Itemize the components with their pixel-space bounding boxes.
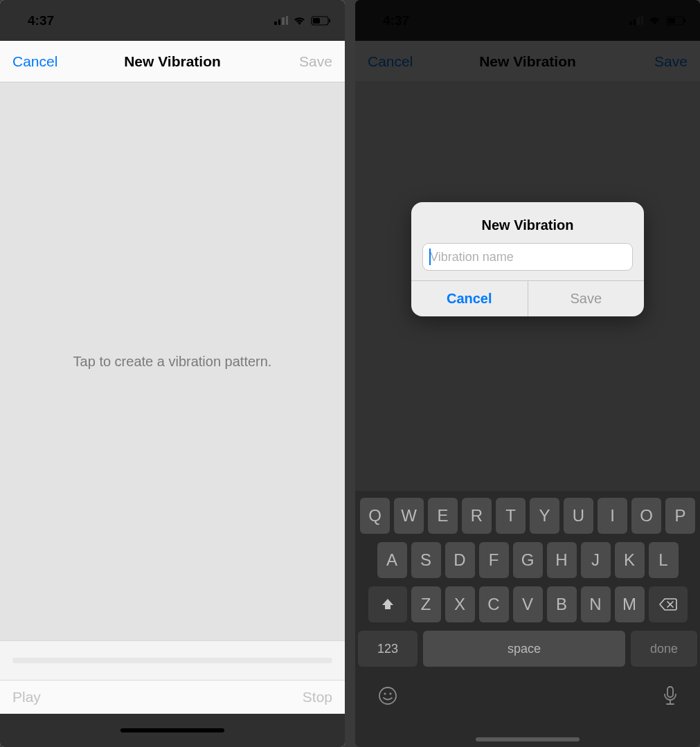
keyboard-row-1: QWERTYUIOP xyxy=(358,498,697,534)
keyboard-row-2: ASDFGHJKL xyxy=(358,542,697,578)
key-j[interactable]: J xyxy=(581,542,611,578)
cancel-button[interactable]: Cancel xyxy=(12,53,68,70)
key-p[interactable]: P xyxy=(665,498,695,534)
key-123[interactable]: 123 xyxy=(358,631,418,667)
stop-button: Stop xyxy=(303,689,332,705)
key-r[interactable]: R xyxy=(462,498,492,534)
keyboard-bottom-row xyxy=(358,675,697,717)
key-q[interactable]: Q xyxy=(360,498,390,534)
play-button: Play xyxy=(12,689,41,705)
nav-bar: Cancel New Vibration Save xyxy=(0,41,345,82)
svg-point-8 xyxy=(389,692,391,694)
svg-rect-2 xyxy=(329,19,330,22)
keyboard: QWERTYUIOP ASDFGHJKL ZXCVBNM 123 space d… xyxy=(355,491,700,747)
keyboard-row-3: ZXCVBNM xyxy=(358,586,697,622)
dialog-title: New Vibration xyxy=(411,202,644,243)
key-y[interactable]: Y xyxy=(530,498,559,534)
key-f[interactable]: F xyxy=(479,542,509,578)
svg-rect-9 xyxy=(667,687,673,697)
key-d[interactable]: D xyxy=(445,542,475,578)
key-delete[interactable] xyxy=(649,586,688,622)
battery-icon xyxy=(311,16,331,26)
key-m[interactable]: M xyxy=(615,586,645,622)
save-button: Save xyxy=(277,53,332,70)
svg-point-6 xyxy=(379,687,396,704)
key-u[interactable]: U xyxy=(564,498,593,534)
screenshot-left: 4:37 Cancel New Vibration Save Tap to cr… xyxy=(0,0,345,747)
key-l[interactable]: L xyxy=(649,542,679,578)
key-shift[interactable] xyxy=(368,586,407,622)
playback-controls: Play Stop xyxy=(0,681,345,714)
key-t[interactable]: T xyxy=(496,498,526,534)
nav-title: New Vibration xyxy=(124,53,221,70)
name-vibration-dialog: New Vibration Cancel Save xyxy=(411,202,644,316)
svg-rect-1 xyxy=(313,18,320,24)
key-k[interactable]: K xyxy=(615,542,645,578)
key-n[interactable]: N xyxy=(581,586,611,622)
dialog-cancel-button[interactable]: Cancel xyxy=(411,281,528,316)
key-v[interactable]: V xyxy=(513,586,543,622)
emoji-icon[interactable] xyxy=(377,685,398,709)
dialog-save-button: Save xyxy=(528,281,645,316)
status-icons xyxy=(274,16,331,26)
home-indicator[interactable] xyxy=(120,728,224,732)
key-s[interactable]: S xyxy=(411,542,441,578)
status-bar: 4:37 xyxy=(0,0,345,41)
key-space[interactable]: space xyxy=(423,631,625,667)
key-g[interactable]: G xyxy=(513,542,543,578)
tap-hint: Tap to create a vibration pattern. xyxy=(73,354,272,370)
svg-point-7 xyxy=(384,692,386,694)
keyboard-row-4: 123 space done xyxy=(358,631,697,667)
cellular-icon xyxy=(274,16,288,25)
key-h[interactable]: H xyxy=(547,542,577,578)
key-e[interactable]: E xyxy=(428,498,458,534)
key-i[interactable]: I xyxy=(598,498,627,534)
home-indicator[interactable] xyxy=(476,737,580,741)
vibration-progress-bar xyxy=(12,658,332,663)
screenshot-right: 4:37 Cancel New Vibration Save QWERTYUIO… xyxy=(355,0,700,747)
vibration-track xyxy=(0,640,345,681)
wifi-icon xyxy=(293,16,306,26)
status-time: 4:37 xyxy=(28,13,54,28)
key-b[interactable]: B xyxy=(547,586,577,622)
vibration-tap-area[interactable]: Tap to create a vibration pattern. xyxy=(0,82,345,640)
dictate-icon[interactable] xyxy=(663,685,678,709)
key-x[interactable]: X xyxy=(445,586,475,622)
key-c[interactable]: C xyxy=(479,586,509,622)
vibration-name-input[interactable] xyxy=(422,243,633,271)
key-done[interactable]: done xyxy=(631,631,697,667)
key-a[interactable]: A xyxy=(377,542,407,578)
home-indicator-area xyxy=(0,714,345,747)
key-o[interactable]: O xyxy=(631,498,661,534)
key-z[interactable]: Z xyxy=(411,586,441,622)
key-w[interactable]: W xyxy=(394,498,424,534)
